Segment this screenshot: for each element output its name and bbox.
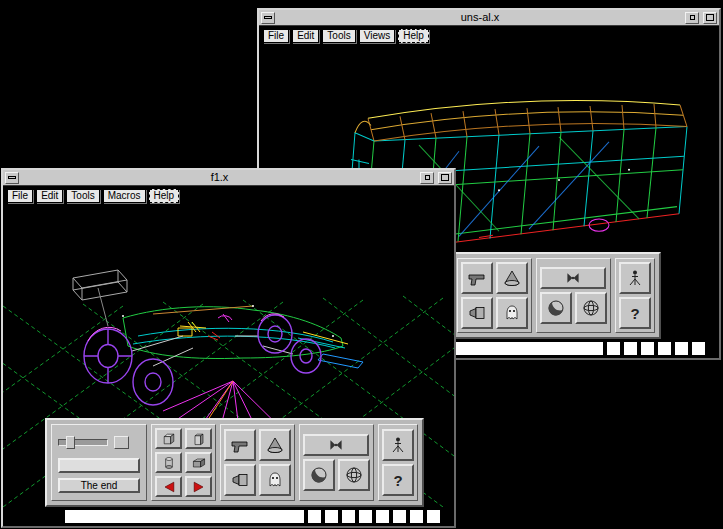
filmstrip-frame[interactable] [427, 510, 440, 523]
slider-row [58, 433, 140, 453]
window-menu-button[interactable] [261, 12, 275, 24]
question-icon[interactable]: ? [382, 464, 414, 496]
question-glyph: ? [393, 473, 402, 488]
flashlight-icon[interactable] [224, 464, 256, 496]
filmstrip-frame[interactable] [359, 510, 372, 523]
blank-button[interactable] [58, 458, 140, 473]
filmstrip-frame[interactable] [325, 510, 338, 523]
filmstrip-frame[interactable] [658, 342, 671, 355]
filmstrip-frame[interactable] [607, 342, 620, 355]
shaded-sphere-icon[interactable] [540, 292, 572, 324]
window-f1: f1.x [1, 168, 456, 528]
menu-tools[interactable]: Tools [322, 29, 355, 43]
menu-file[interactable]: File [263, 29, 289, 43]
tripod-icon[interactable] [382, 429, 414, 461]
playback-panel: The end [51, 424, 147, 501]
filmstrip-frame[interactable] [410, 510, 423, 523]
fan-icon[interactable] [303, 434, 369, 456]
question-icon[interactable]: ? [619, 297, 651, 329]
frame-squares [308, 510, 440, 523]
cylinder-icon[interactable] [155, 452, 182, 473]
window-title: f1.x [21, 170, 418, 185]
tripod-icon[interactable] [619, 262, 651, 294]
filmstrip-frame[interactable] [675, 342, 688, 355]
titlebar[interactable]: uns-al.x [259, 10, 719, 26]
wire-sphere-icon[interactable] [338, 459, 370, 491]
frame-strip [3, 507, 454, 526]
airbrush-icon[interactable] [461, 262, 493, 294]
menu-help[interactable]: Help [149, 189, 180, 203]
minimize-icon [690, 15, 695, 20]
minimize-icon [425, 175, 430, 180]
wire-sphere-icon[interactable] [575, 292, 607, 324]
slab-icon[interactable] [185, 428, 212, 449]
menu-tools[interactable]: Tools [66, 189, 99, 203]
titlebar[interactable]: f1.x [3, 170, 454, 186]
window-title: uns-al.x [277, 10, 683, 25]
menu-file[interactable]: File [7, 189, 33, 203]
help-group: ? [615, 258, 655, 333]
menu-edit[interactable]: Edit [292, 29, 319, 43]
help-group: ? [378, 424, 418, 501]
filmstrip-frame[interactable] [692, 342, 705, 355]
filmstrip-frame[interactable] [393, 510, 406, 523]
frame-squares [607, 342, 705, 355]
question-glyph: ? [630, 306, 639, 321]
viewport-3d[interactable]: File Edit Tools Macros Help The end [3, 186, 454, 507]
ghost-icon[interactable] [496, 297, 528, 329]
view-group [299, 424, 374, 501]
window-menu-icon [264, 16, 272, 19]
maximize-icon [441, 174, 449, 181]
scrollbar-thumb[interactable] [65, 510, 304, 523]
fan-icon[interactable] [540, 267, 606, 289]
ghost-icon[interactable] [259, 464, 291, 496]
filmstrip-frame[interactable] [641, 342, 654, 355]
view-group [536, 258, 611, 333]
minimize-button[interactable] [420, 172, 434, 184]
maximize-button[interactable] [438, 172, 452, 184]
shaded-sphere-icon[interactable] [303, 459, 335, 491]
menu-help[interactable]: Help [398, 29, 429, 43]
filmstrip-frame[interactable] [308, 510, 321, 523]
menu-views[interactable]: Views [359, 29, 396, 43]
filmstrip-frame[interactable] [376, 510, 389, 523]
toolbar: ? [451, 252, 661, 339]
cone-icon[interactable] [259, 429, 291, 461]
slider-track[interactable] [58, 439, 108, 446]
menu-macros[interactable]: Macros [103, 189, 146, 203]
box-icon[interactable] [155, 428, 182, 449]
menu-edit[interactable]: Edit [36, 189, 63, 203]
arrow-right-icon[interactable] [185, 476, 212, 497]
slider-handle[interactable] [66, 436, 75, 449]
tools-group [457, 258, 532, 333]
menubar: File Edit Tools Views Help [263, 29, 429, 43]
arrow-left-icon[interactable] [155, 476, 182, 497]
minimize-button[interactable] [685, 12, 699, 24]
filmstrip-frame[interactable] [342, 510, 355, 523]
window-menu-icon [8, 176, 16, 179]
the-end-button[interactable]: The end [58, 478, 140, 493]
toolbar: The end [45, 418, 424, 507]
shape-group [151, 424, 216, 501]
block-icon[interactable] [185, 452, 212, 473]
menubar: File Edit Tools Macros Help [7, 189, 179, 203]
maximize-button[interactable] [703, 12, 717, 24]
maximize-icon [706, 14, 714, 21]
knob-button[interactable] [114, 436, 129, 449]
flashlight-icon[interactable] [461, 297, 493, 329]
cone-icon[interactable] [496, 262, 528, 294]
window-menu-button[interactable] [5, 172, 19, 184]
filmstrip-frame[interactable] [624, 342, 637, 355]
tools-group [220, 424, 295, 501]
airbrush-icon[interactable] [224, 429, 256, 461]
